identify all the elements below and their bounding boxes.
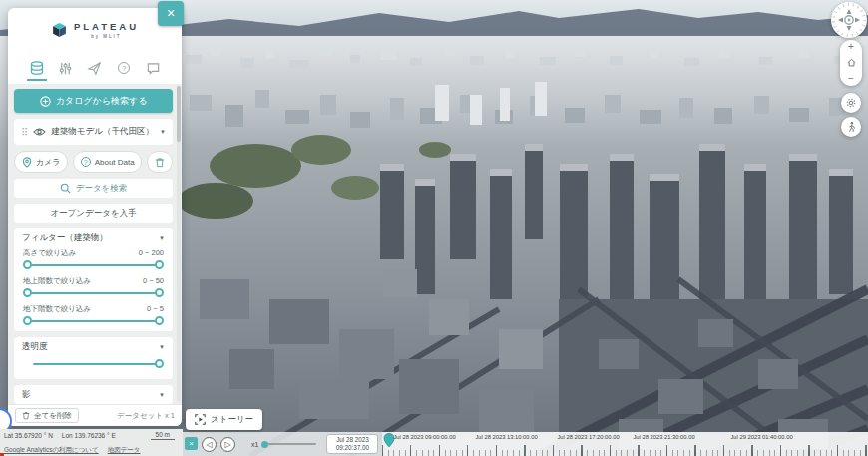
question-icon: ? [81,157,91,167]
drag-handle-icon[interactable]: ⠿ [21,127,28,138]
visibility-eye-icon[interactable] [33,127,46,137]
slider-max-handle[interactable] [155,260,164,269]
zoom-controls: + − [840,40,862,86]
shadow-section-header[interactable]: 影 ▼ [14,385,173,404]
trash-icon [155,157,165,168]
filter-label: 地下階数で絞り込み [23,304,91,314]
slider-min-handle[interactable] [23,316,32,325]
chevron-down-icon[interactable]: ▼ [160,129,166,135]
opacity-slider[interactable] [23,358,164,371]
play-button[interactable]: ▷ [220,437,235,452]
dataset-layer-item[interactable]: ⠿ 建築物モデル（千代田区） ▼ [14,119,173,145]
slider-min-handle[interactable] [23,260,32,269]
back-icon: ◁ [206,440,212,449]
story-button[interactable]: ストーリー [186,409,262,430]
home-view-button[interactable] [846,57,857,70]
open-data-button[interactable]: オープンデータを入手 [14,204,173,223]
map-data-link[interactable]: 地図データ [108,446,141,455]
story-capture-icon [195,414,206,425]
tab-datasets[interactable] [26,55,48,81]
compass-control[interactable] [831,2,867,38]
plateau-view-app: × PLATEAU by MLIT [0,0,868,456]
scrollbar-thumb[interactable] [177,86,181,142]
shadow-section: 影 ▼ [14,385,173,404]
slider-max-handle[interactable] [155,316,164,325]
filter-section: フィルター（建築物） ▼ 高さで絞り込み 0 ~ 200 地上階数で絞り込み 0… [14,228,173,331]
search-data-field[interactable]: データを検索 [14,179,173,198]
minus-icon: − [848,73,854,84]
slider-max-handle[interactable] [155,288,164,297]
compass-icon [831,2,867,38]
close-icon: × [167,5,175,21]
about-data-button[interactable]: ? About Data [73,151,142,173]
floors-below-range-slider[interactable] [23,315,164,328]
tab-help[interactable]: ? [113,55,135,81]
timeline-tick-label: Jul 28 2023 09:00:00.00 [393,434,455,440]
chevron-down-icon: ▼ [159,344,165,350]
sidebar-tabs: ? [8,52,182,84]
opacity-section-header[interactable]: 透明度 ▼ [14,337,173,356]
timeline-tick-label: Jul 29 2023 01:40:00.00 [730,434,792,440]
dataset-count: データセット x 1 [117,411,175,421]
height-range-slider[interactable] [23,259,164,272]
sidebar-panel: PLATEAU by MLIT ? [8,8,182,426]
timeline-tick-label: Jul 28 2023 21:30:00.00 [633,434,694,440]
paper-plane-icon [87,61,102,76]
current-date: Jul 28 2023 [336,436,369,444]
layer-title: 建築物モデル（千代田区） [51,126,155,138]
layer-actions: カメラ ? About Data [14,151,173,173]
speed-slider[interactable] [264,443,316,445]
chevron-down-icon: ▼ [159,235,165,241]
plateau-logo-icon [51,22,68,39]
map-pin-icon [22,157,32,168]
filter-label: 地上階数で絞り込み [23,276,91,286]
filter-section-header[interactable]: フィルター（建築物） ▼ [14,228,173,247]
remove-layer-button[interactable] [147,151,173,173]
floors-above-filter: 地上階数で絞り込み 0 ~ 50 [14,275,173,303]
gear-icon [845,97,857,109]
step-back-button[interactable]: ◁ [202,437,217,452]
app-subtitle: by MLIT [74,34,139,39]
search-catalog-button[interactable]: カタログから検索する [14,89,173,113]
tab-feedback[interactable] [142,55,164,81]
feedback-chat-icon [146,61,161,76]
sidebar-scrollbar[interactable] [177,86,181,402]
pedestrian-view-button[interactable] [841,117,861,137]
speed-label: x1 [251,441,258,448]
timeline-close-button[interactable]: × [185,437,198,450]
search-placeholder: データを検索 [76,183,128,195]
timeline-ruler[interactable]: Jul 28 2023 09:00:00.00 Jul 28 2023 13:1… [382,432,868,456]
sidebar-content: カタログから検索する ⠿ 建築物モデル（千代田区） ▼ カメラ ? [8,84,182,404]
zoom-out-button[interactable]: − [848,74,854,84]
camera-button[interactable]: カメラ [14,151,68,173]
slider-min-handle[interactable] [23,288,32,297]
plateau-logo: PLATEAU by MLIT [8,8,182,52]
analytics-link[interactable]: Google Analyticsの利用について [4,446,99,455]
sliders-icon [58,61,73,76]
status-bar: Lat 35.67920 ° N Lon 139.76236 ° E 50 m … [0,429,183,456]
selection-settings-button[interactable] [841,93,861,113]
tab-share[interactable] [84,55,106,81]
latitude-readout: Lat 35.67920 ° N [4,432,53,439]
filter-range-value: 0 ~ 200 [139,248,164,258]
sidebar-close-button[interactable]: × [158,1,184,26]
timeline-tick-label: Jul 28 2023 13:10:00.00 [475,434,537,440]
map-scale: 50 m [151,431,175,440]
slider-handle[interactable] [155,359,164,368]
longitude-readout: Lon 139.76236 ° E [62,432,116,439]
plus-icon: + [848,41,854,52]
zoom-in-button[interactable]: + [848,42,854,52]
current-datetime: Jul 28 2023 09:20:37.00 [326,434,378,454]
play-icon: ▷ [224,440,230,449]
search-icon [60,183,71,194]
app-title: PLATEAU [74,21,139,32]
layers-icon [29,60,45,76]
chevron-down-icon: ▼ [159,392,165,398]
floors-above-range-slider[interactable] [23,287,164,300]
sidebar-footer: 全てを削除 データセット x 1 [8,404,182,426]
tab-map-settings[interactable] [55,55,77,81]
current-time: 09:20:37.00 [336,444,369,452]
speed-slider-handle[interactable] [261,441,268,448]
filter-range-value: 0 ~ 5 [147,304,164,314]
delete-all-button[interactable]: 全てを削除 [15,408,79,423]
